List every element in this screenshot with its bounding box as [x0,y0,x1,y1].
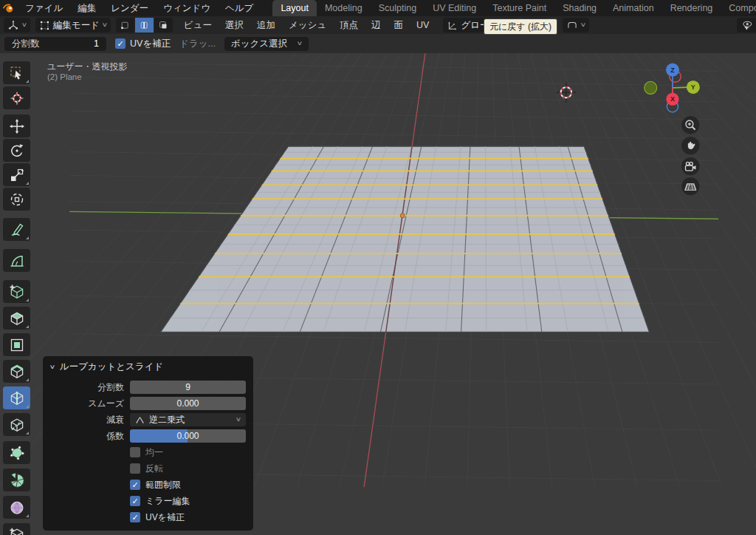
topbar-menu-2[interactable]: レンダー [103,0,156,16]
knife-icon [9,417,25,433]
zoom-button[interactable] [681,116,699,134]
bevel-icon [9,364,25,380]
toggle-perspective-button[interactable] [681,177,699,195]
workspace-tab-modeling[interactable]: Modeling [317,0,371,16]
workspace-tab-compositing[interactable]: Compositing [721,0,756,16]
tool-tweak-select-button[interactable] [3,61,30,84]
editor-type-button[interactable]: ∨ [4,18,30,33]
correct-uv-checkbox[interactable]: ✓ UVを補正 [115,38,171,50]
cursor-3d-icon [9,90,25,106]
topbar-menu-4[interactable]: ヘルプ [218,0,261,16]
checkbox-icon: ✓ [130,512,140,522]
operator-panel-loop-cut: ∨ ループカットとスライド 分割数 9 スムーズ 0.000 減衰 逆二乗式 ∨ [43,356,253,531]
panel-cuts-field[interactable]: 9 [130,381,246,394]
tool-transform-button[interactable] [3,188,30,211]
workspace-tab-uv-editing[interactable]: UV Editing [425,0,484,16]
tool-measure-button[interactable] [3,249,30,272]
blender-logo-icon[interactable] [0,0,18,16]
workspace-tab-rendering[interactable]: Rendering [662,0,721,16]
tool-scale-button[interactable] [3,163,30,186]
top-menu-bar: ファイル編集レンダーウィンドウヘルプ LayoutModelingSculpti… [0,0,756,16]
workspace-tab-texture-paint[interactable]: Texture Paint [484,0,554,16]
tool-add-cube-button[interactable] [3,280,30,303]
topbar-menu-0[interactable]: ファイル [18,0,70,16]
panel-checkbox-row-4[interactable]: ✓UVを補正 [130,509,253,525]
chevron-down-icon: ∨ [21,22,28,28]
tool-rotate-button[interactable] [3,139,30,162]
panel-factor-value: 0.000 [176,431,199,441]
checkbox-icon: ✓ [130,480,140,490]
pan-hand-button[interactable] [681,137,699,154]
gizmo-neg-y[interactable] [645,81,657,94]
chevron-down-icon: ∨ [580,22,587,28]
poly-build-icon [9,445,25,461]
tool-spin-button[interactable] [3,468,30,491]
orientation-icon [447,20,458,31]
checkbox-icon [130,463,140,474]
workspace-tab-sculpting[interactable]: Sculpting [371,0,425,16]
viewport-menu-6[interactable]: 面 [388,16,410,34]
number-of-cuts-field[interactable]: 分割数 1 [4,37,106,51]
workspace-tab-layout[interactable]: Layout [272,0,317,16]
panel-checkbox-row-0[interactable]: 均一 [130,444,253,460]
viewport-menu-0[interactable]: ビュー [177,16,219,34]
extrude-region-icon [9,310,25,327]
editor-3d-viewport-icon [7,19,19,31]
shading-smooth-icon [9,500,25,516]
viewport-menu-3[interactable]: メッシュ [282,16,333,34]
topbar-menu-3[interactable]: ウィンドウ [156,0,218,16]
tool-bevel-button[interactable] [3,360,30,383]
panel-cuts-label: 分割数 [43,381,124,394]
face-select-button[interactable] [154,18,173,33]
viewport-menu-2[interactable]: 追加 [250,16,282,34]
viewport-menu-7[interactable]: UV [410,16,436,34]
mode-dropdown[interactable]: 編集モード ∨ [35,18,111,33]
viewport-menu-5[interactable]: 辺 [365,16,388,34]
workspace-tab-shading[interactable]: Shading [554,0,605,16]
inset-faces-icon [9,337,25,353]
falloff-curve-icon [566,20,578,30]
tool-extrude-region-button[interactable] [3,307,30,330]
workspace-tab-animation[interactable]: Animation [605,0,662,16]
scale-icon [9,167,25,183]
tool-annotate-button[interactable] [3,218,30,241]
cursor-3d-marker [556,83,576,103]
mode-dropdown-label: 編集モード [53,19,100,32]
chevron-down-icon: ∨ [297,41,303,47]
tool-knife-button[interactable] [3,413,30,436]
tool-inset-faces-button[interactable] [3,333,30,356]
panel-checkbox-row-3[interactable]: ✓ミラー編集 [130,493,253,509]
panel-factor-slider[interactable]: 0.000 [130,429,246,443]
edge-select-button[interactable] [135,18,154,33]
operator-panel-header[interactable]: ∨ ループカットとスライド [43,356,253,379]
spin-icon [9,472,25,488]
panel-falloff-dropdown[interactable]: 逆二乗式 ∨ [130,413,246,426]
selectability-dropdown[interactable]: ∨ [737,18,756,33]
measure-icon [9,253,25,269]
tool-cursor-3d-button[interactable] [3,86,30,109]
panel-checkbox-row-1[interactable]: 反転 [130,460,253,477]
vertex-select-button[interactable] [116,18,134,33]
panel-smooth-field[interactable]: 0.000 [130,397,246,410]
select-mode-dropdown[interactable]: ボックス選択 ∨ [224,37,309,51]
topbar-menu-1[interactable]: 編集 [70,0,103,16]
tool-edge-slide-button[interactable] [3,523,30,535]
collapse-chevron-icon: ∨ [49,364,56,370]
viewport-menu-4[interactable]: 頂点 [333,16,365,34]
select-mode-group [116,18,173,33]
correct-uv-label: UVを補正 [130,38,171,50]
panel-checkbox-row-2[interactable]: ✓範囲制限 [130,477,253,493]
tool-poly-build-button[interactable] [3,441,30,464]
proportional-edit-dropdown[interactable]: ∨ [563,18,589,33]
chevron-down-icon: ∨ [101,22,108,28]
object-origin-dot [400,214,405,218]
camera-view-button[interactable] [681,157,699,175]
viewport-menu-1[interactable]: 選択 [219,16,250,34]
tool-move-button[interactable] [3,115,30,137]
tool-shading-smooth-button[interactable] [3,496,30,519]
inverse-square-falloff-icon [135,416,145,424]
panel-checkbox-label: 反転 [145,463,163,475]
blender-window: ファイル編集レンダーウィンドウヘルプ LayoutModelingSculpti… [0,0,756,535]
tool-loop-cut-button[interactable] [3,386,30,409]
tool-settings-bar: 分割数 1 ✓ UVを補正 ドラッ... ボックス選択 ∨ [0,34,756,53]
